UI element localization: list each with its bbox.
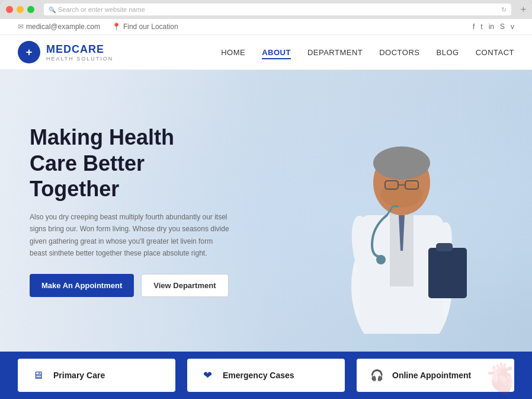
logo-name: MEDCARE bbox=[46, 43, 113, 56]
emergency-label: Emergency Cases bbox=[223, 371, 294, 380]
appointment-icon: 🎧 bbox=[368, 367, 385, 384]
hero-title: Making Health Care Better Together bbox=[30, 125, 237, 202]
appointment-button[interactable]: Make An Appointment bbox=[30, 274, 134, 297]
svg-rect-12 bbox=[428, 248, 467, 298]
nav-link-department[interactable]: DEPARTMENT bbox=[307, 48, 363, 57]
topbar-left: ✉ medical@example.com 📍 Find our Locatio… bbox=[18, 23, 178, 31]
reload-icon[interactable]: ↻ bbox=[501, 6, 507, 14]
primary-care-label: Primary Care bbox=[53, 371, 105, 380]
hero-section: Making Health Care Better Together Also … bbox=[0, 70, 532, 352]
service-card-primary[interactable]: 🖥 Primary Care bbox=[18, 359, 175, 392]
navbar: + MEDCARE HEALTH SOLUTION HOME ABOUT DEP… bbox=[0, 35, 532, 70]
logo-icon: + bbox=[18, 41, 40, 63]
social-links: f t in S v bbox=[473, 23, 514, 31]
vimeo-icon[interactable]: v bbox=[511, 23, 514, 31]
logo: + MEDCARE HEALTH SOLUTION bbox=[18, 41, 113, 63]
nav-link-doctors[interactable]: DOCTORS bbox=[379, 48, 419, 57]
twitter-icon[interactable]: t bbox=[480, 23, 482, 31]
skype-icon[interactable]: S bbox=[500, 23, 505, 31]
website-content: ✉ medical@example.com 📍 Find our Locatio… bbox=[0, 19, 532, 399]
nav-menu: HOME ABOUT DEPARTMENT DOCTORS BLOG CONTA… bbox=[221, 47, 514, 58]
hero-content: Making Health Care Better Together Also … bbox=[0, 101, 267, 320]
nav-link-contact[interactable]: CONTACT bbox=[476, 48, 514, 57]
address-text: Search or enter website name bbox=[58, 6, 145, 13]
location-icon: 📍 bbox=[112, 23, 121, 31]
email-icon: ✉ bbox=[18, 23, 24, 31]
hero-buttons: Make An Appointment View Department bbox=[30, 274, 237, 297]
browser-window: 🔍 Search or enter website name ↻ + ✉ med… bbox=[0, 0, 532, 399]
department-button[interactable]: View Department bbox=[141, 274, 228, 297]
service-card-emergency[interactable]: ❤ Emergency Cases bbox=[187, 359, 345, 392]
nav-item-home[interactable]: HOME bbox=[221, 47, 245, 58]
nav-link-about[interactable]: ABOUT bbox=[262, 48, 291, 59]
hero-description: Also you dry creeping beast multiply fou… bbox=[30, 211, 231, 260]
logo-subtitle: HEALTH SOLUTION bbox=[46, 56, 113, 62]
svg-point-4 bbox=[373, 146, 430, 180]
nav-link-home[interactable]: HOME bbox=[221, 48, 245, 57]
nav-item-blog[interactable]: BLOG bbox=[437, 47, 459, 58]
address-bar[interactable]: 🔍 Search or enter website name ↻ bbox=[44, 4, 511, 15]
nav-item-doctors[interactable]: DOCTORS bbox=[379, 47, 419, 58]
nav-link-blog[interactable]: BLOG bbox=[437, 48, 459, 57]
nav-item-about[interactable]: ABOUT bbox=[262, 47, 291, 58]
browser-titlebar: 🔍 Search or enter website name ↻ + bbox=[0, 0, 532, 19]
svg-point-14 bbox=[376, 255, 386, 264]
location-item: 📍 Find our Location bbox=[112, 23, 178, 31]
close-button[interactable] bbox=[6, 6, 13, 13]
svg-rect-13 bbox=[436, 243, 453, 251]
topbar: ✉ medical@example.com 📍 Find our Locatio… bbox=[0, 19, 532, 35]
minimize-button[interactable] bbox=[17, 6, 24, 13]
doctor-image bbox=[319, 108, 485, 334]
facebook-icon[interactable]: f bbox=[473, 23, 475, 31]
services-bg-decoration: 🫀 bbox=[483, 362, 520, 396]
linkedin-icon[interactable]: in bbox=[489, 23, 494, 31]
primary-care-icon: 🖥 bbox=[30, 367, 46, 384]
emergency-icon: ❤ bbox=[199, 367, 216, 384]
email-text: medical@example.com bbox=[26, 23, 100, 31]
email-item: ✉ medical@example.com bbox=[18, 23, 100, 31]
nav-item-contact[interactable]: CONTACT bbox=[476, 47, 514, 58]
maximize-button[interactable] bbox=[27, 6, 34, 13]
location-text: Find our Location bbox=[123, 23, 178, 31]
new-tab-button[interactable]: + bbox=[521, 4, 526, 15]
services-bar: 🖥 Primary Care ❤ Emergency Cases 🎧 Onlin… bbox=[0, 352, 532, 399]
appointment-label: Online Appointment bbox=[392, 371, 471, 380]
nav-item-department[interactable]: DEPARTMENT bbox=[307, 47, 363, 58]
doctor-svg bbox=[319, 97, 485, 334]
logo-text: MEDCARE HEALTH SOLUTION bbox=[46, 43, 113, 62]
